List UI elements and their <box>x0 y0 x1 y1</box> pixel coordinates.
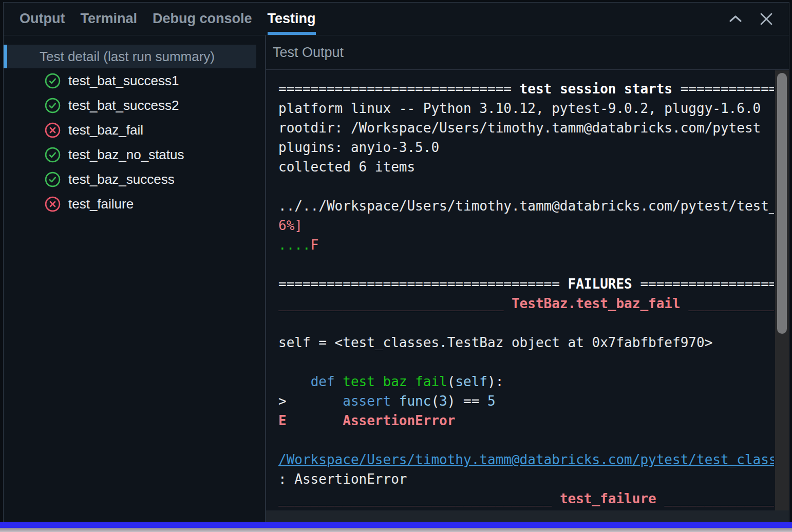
console-segment: ) == <box>447 393 487 409</box>
console-line: =================================== FAIL… <box>278 274 774 294</box>
console-text: ============================= test sessi… <box>278 79 774 510</box>
console-line <box>278 313 774 333</box>
console-segment: ____________________________ <box>278 296 512 311</box>
vertical-scrollbar-thumb[interactable] <box>777 73 787 334</box>
tab-debug-console[interactable]: Debug console <box>153 3 252 35</box>
panel-tabs: OutputTerminalDebug consoleTesting <box>20 3 316 35</box>
console-line: : AssertionError <box>278 469 774 489</box>
console-segment: ( <box>447 374 456 389</box>
console-segment: self = <test_classes.TestBaz object at 0… <box>278 335 712 350</box>
test-item-label: test_baz_fail <box>68 122 143 138</box>
console-line <box>278 255 774 274</box>
test-item-label: test_bat_success2 <box>68 98 179 113</box>
test-output-console[interactable]: ============================= test sessi… <box>266 70 789 522</box>
check-circle-icon <box>45 98 61 113</box>
console-segment: =================================== <box>278 276 568 292</box>
panel-tabbar: OutputTerminalDebug consoleTesting <box>4 3 789 35</box>
test-item-test_baz_fail[interactable]: test_baz_fail <box>4 118 265 142</box>
test-output-panel: Test Output ============================… <box>266 35 789 522</box>
check-circle-icon <box>45 172 61 187</box>
console-line: ============================= test sessi… <box>278 79 774 99</box>
console-segment: F <box>311 237 319 253</box>
console-segment: assert <box>343 393 391 409</box>
test-item-test_baz_success[interactable]: test_baz_success <box>4 167 265 192</box>
console-segment: E AssertionError <box>278 413 455 428</box>
console-line: __________________________________ test_… <box>278 489 774 508</box>
console-line: /Workspace/Users/timothy.tamm@databricks… <box>278 450 774 469</box>
console-segment: ==================== <box>672 81 774 97</box>
test-tree-sidebar: Test detail (last run summary) test_bat_… <box>4 35 265 522</box>
console-segment: _______________ <box>681 296 774 311</box>
testing-panel-window: OutputTerminalDebug consoleTesting Test … <box>3 2 789 522</box>
test-output-title: Test Output <box>266 35 789 70</box>
chevron-up-icon[interactable] <box>728 14 743 24</box>
console-line: > assert func(3) == 5 <box>278 391 774 411</box>
console-segment: ________________ <box>656 491 774 506</box>
console-segment: 3 <box>439 393 447 409</box>
test-detail-header[interactable]: Test detail (last run summary) <box>4 45 256 68</box>
test-item-test_failure[interactable]: test_failure <box>4 192 265 216</box>
console-segment: : AssertionError <box>278 471 407 487</box>
test-item-label: test_failure <box>68 196 134 212</box>
console-segment: plugins: anyio-3.5.0 <box>278 140 439 155</box>
test-list: test_bat_success1test_bat_success2test_b… <box>4 68 265 216</box>
console-line: E AssertionError <box>278 411 774 430</box>
x-circle-icon <box>45 196 61 212</box>
console-segment: test session starts <box>520 81 672 97</box>
console-line: ____________________________ TestBaz.tes… <box>278 294 774 313</box>
window-bottom-border <box>0 522 792 528</box>
console-segment <box>335 374 343 389</box>
console-segment: > <box>278 393 343 409</box>
console-line: def test_baz_fail(self): <box>278 372 774 391</box>
console-segment: collected 6 items <box>278 159 415 175</box>
tab-terminal[interactable]: Terminal <box>80 3 137 35</box>
console-line <box>278 177 774 196</box>
vertical-scrollbar[interactable] <box>775 70 789 510</box>
console-line: ../../Workspace/Users/timothy.tamm@datab… <box>278 196 774 216</box>
console-line: collected 6 items <box>278 157 774 177</box>
check-circle-icon <box>45 73 61 89</box>
test-item-test_bat_success2[interactable]: test_bat_success2 <box>4 93 265 118</box>
test-item-label: test_baz_no_status <box>68 147 184 163</box>
console-segment: .... <box>278 237 311 253</box>
console-segment: test_baz_fail <box>343 374 447 389</box>
selection-accent-bar <box>4 45 7 68</box>
horizontal-scrollbar[interactable] <box>266 510 789 522</box>
console-segment: 6%] <box>278 218 303 233</box>
panel-content: Test detail (last run summary) test_bat_… <box>4 35 789 522</box>
panel-controls <box>728 12 774 26</box>
console-line: ....F <box>278 235 774 255</box>
test-item-test_baz_no_status[interactable]: test_baz_no_status <box>4 142 265 167</box>
console-line <box>278 352 774 372</box>
console-line <box>278 430 774 450</box>
console-segment: TestBaz.test_baz_fail <box>512 296 681 311</box>
console-segment: func <box>399 393 431 409</box>
console-segment: ): <box>487 374 503 389</box>
test-item-test_bat_success1[interactable]: test_bat_success1 <box>4 68 265 93</box>
console-segment: test_failure <box>560 491 656 506</box>
console-segment: 5 <box>487 393 496 409</box>
console-segment: ( <box>431 393 439 409</box>
console-segment: ========================= <box>632 276 774 292</box>
tab-output[interactable]: Output <box>20 3 65 35</box>
console-line: platform linux -- Python 3.10.12, pytest… <box>278 99 774 118</box>
console-segment: ../../Workspace/Users/timothy.tamm@datab… <box>278 198 774 214</box>
console-segment: rootdir: /Workspace/Users/timothy.tamm@d… <box>278 120 761 136</box>
file-link[interactable]: /Workspace/Users/timothy.tamm@databricks… <box>278 452 774 467</box>
console-segment: def <box>311 374 335 389</box>
console-line: rootdir: /Workspace/Users/timothy.tamm@d… <box>278 118 774 138</box>
console-segment: platform linux -- Python 3.10.12, pytest… <box>278 101 761 116</box>
console-segment: ============================= <box>278 81 520 97</box>
tab-testing[interactable]: Testing <box>268 3 316 35</box>
screen-bottom-edge <box>0 528 792 532</box>
check-circle-icon <box>45 147 61 163</box>
console-line: self = <test_classes.TestBaz object at 0… <box>278 333 774 352</box>
console-segment: self <box>455 374 487 389</box>
test-item-label: test_bat_success1 <box>68 73 179 89</box>
console-line: plugins: anyio-3.5.0 <box>278 138 774 157</box>
console-segment: __________________________________ <box>278 491 560 506</box>
close-icon[interactable] <box>759 12 774 26</box>
console-segment: FAILURES <box>568 276 632 292</box>
console-segment <box>391 393 399 409</box>
test-item-label: test_baz_success <box>68 172 175 187</box>
